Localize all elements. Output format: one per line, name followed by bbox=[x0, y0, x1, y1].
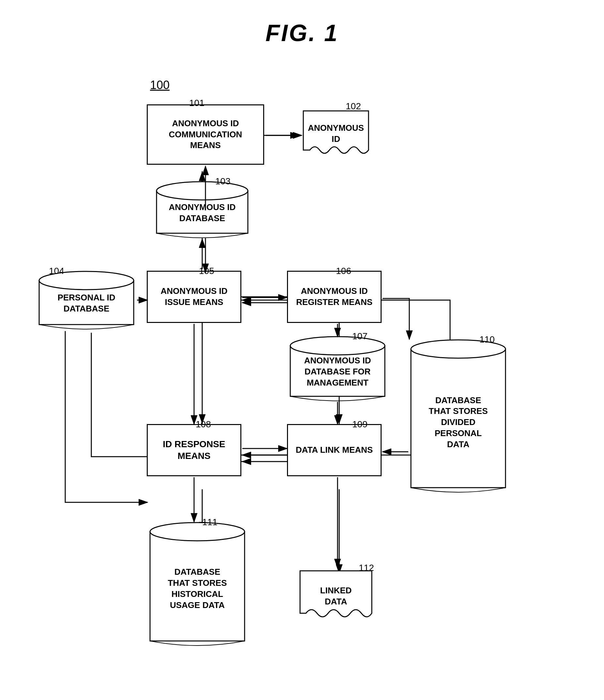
num-112: 112 bbox=[359, 563, 374, 573]
num-101: 101 bbox=[189, 98, 204, 108]
num-103: 103 bbox=[215, 176, 231, 186]
node-109: DATA LINK MEANS bbox=[287, 424, 382, 476]
node-111: DATABASE THAT STORES HISTORICAL USAGE DA… bbox=[147, 522, 248, 646]
node-112: LINKED DATA bbox=[297, 568, 375, 625]
num-110: 110 bbox=[479, 334, 495, 345]
num-109: 109 bbox=[352, 419, 368, 430]
node-102: ANONYMOUS ID bbox=[300, 108, 372, 160]
node-108: ID RESPONSE MEANS bbox=[147, 424, 241, 476]
svg-point-25 bbox=[150, 523, 245, 541]
node-105: ANONYMOUS ID ISSUE MEANS bbox=[147, 271, 241, 323]
node-107: ANONYMOUS ID DATABASE FOR MANAGEMENT bbox=[287, 336, 388, 401]
num-105: 105 bbox=[199, 266, 214, 276]
node-104: PERSONAL ID DATABASE bbox=[36, 271, 137, 329]
node-110: DATABASE THAT STORES DIVIDED PERSONAL DA… bbox=[408, 339, 509, 493]
num-108: 108 bbox=[196, 419, 211, 430]
node-106: ANONYMOUS ID REGISTER MEANS bbox=[287, 271, 382, 323]
num-111: 111 bbox=[202, 517, 218, 527]
node-101: ANONYMOUS ID COMMUNICATION MEANS bbox=[147, 104, 264, 165]
node-103: ANONYMOUS ID DATABASE bbox=[153, 181, 251, 238]
num-102: 102 bbox=[346, 101, 361, 111]
svg-point-17 bbox=[156, 182, 248, 200]
num-106: 106 bbox=[336, 266, 351, 276]
page-title: FIG. 1 bbox=[0, 0, 604, 46]
num-104: 104 bbox=[49, 266, 64, 276]
diagram: ANONYMOUS ID COMMUNICATION MEANS 101 ANO… bbox=[26, 65, 580, 685]
num-107: 107 bbox=[352, 331, 368, 342]
